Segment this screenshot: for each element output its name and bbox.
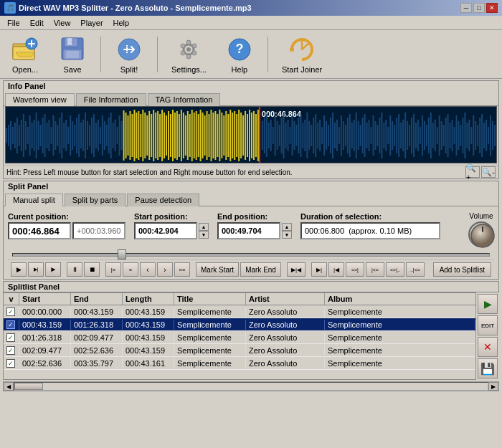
- play-segment-button[interactable]: ▶: [478, 294, 498, 314]
- col-header-check[interactable]: v: [4, 293, 19, 305]
- loop-button[interactable]: ▶|◀: [287, 262, 306, 277]
- end-position-input[interactable]: [217, 222, 280, 239]
- svg-rect-126: [225, 111, 227, 160]
- table-row[interactable]: 000:43.159 001:26.318 000:43.159 Semplic…: [4, 318, 475, 331]
- svg-rect-43: [48, 120, 49, 151]
- svg-rect-174: [326, 121, 327, 150]
- row-checkbox[interactable]: [6, 308, 15, 316]
- split-button[interactable]: Split!: [108, 32, 150, 77]
- svg-rect-235: [455, 115, 457, 156]
- volume-knob[interactable]: [468, 221, 494, 247]
- duration-input[interactable]: [300, 222, 440, 239]
- row-checkbox[interactable]: [6, 320, 15, 329]
- svg-rect-73: [113, 123, 114, 148]
- skip-back-far[interactable]: |«: [105, 262, 121, 277]
- skip-back[interactable]: «: [123, 262, 138, 277]
- svg-rect-41: [44, 114, 46, 157]
- scroll-left-button[interactable]: ◀: [4, 382, 14, 391]
- menu-player[interactable]: Player: [76, 18, 107, 28]
- table-row[interactable]: 002:52.636 003:35.797 000:43.161 Semplic…: [4, 357, 475, 370]
- col-header-start[interactable]: Start: [19, 293, 71, 305]
- settings-button[interactable]: Settings...: [165, 32, 213, 77]
- mark-start-button[interactable]: Mark Start: [196, 262, 239, 277]
- close-button[interactable]: ✕: [486, 3, 498, 13]
- svg-rect-107: [185, 115, 186, 156]
- menu-file[interactable]: File: [3, 18, 24, 28]
- tab-file-info[interactable]: File Information: [76, 93, 146, 106]
- goto-next[interactable]: =>|..: [386, 262, 404, 277]
- start-position-down[interactable]: ▼: [199, 231, 209, 239]
- step-fwd[interactable]: ›: [157, 262, 173, 277]
- minimize-button[interactable]: ─: [460, 3, 472, 13]
- tab-manual-split[interactable]: Manual split: [5, 194, 63, 206]
- svg-rect-85: [138, 111, 139, 160]
- col-header-length[interactable]: Length: [123, 293, 174, 305]
- save-list-button[interactable]: 💾: [478, 358, 498, 378]
- col-header-artist[interactable]: Artist: [246, 293, 325, 305]
- cell-artist: Zero Assoluto: [246, 307, 325, 317]
- pause-button[interactable]: ⏸: [67, 262, 82, 277]
- scrollbar-thumb[interactable]: [14, 383, 43, 390]
- svg-rect-48: [59, 118, 60, 153]
- horizontal-scrollbar[interactable]: ◀ ▶: [3, 381, 499, 391]
- position-slider-track[interactable]: [12, 253, 490, 257]
- save-button[interactable]: Save: [52, 32, 93, 77]
- table-row[interactable]: 002:09.477 002:52.636 000:43.159 Semplic…: [4, 344, 475, 357]
- current-position-input[interactable]: [8, 222, 71, 239]
- tab-split-by-parts[interactable]: Split by parts: [65, 194, 126, 206]
- menu-view[interactable]: View: [49, 18, 75, 28]
- goto-end-button[interactable]: |◀: [328, 262, 344, 277]
- cell-artist: Zero Assoluto: [246, 345, 325, 356]
- hint-text: Hint: Press Left mouse button for start …: [6, 168, 293, 176]
- start-position-up[interactable]: ▲: [199, 223, 209, 231]
- table-row[interactable]: 000:00.000 000:43.159 000:43.159 Semplic…: [4, 305, 475, 318]
- goto-start-button[interactable]: ▶|: [311, 262, 327, 277]
- tab-pause-detection[interactable]: Pause detection: [127, 194, 199, 206]
- tab-waveform[interactable]: Waveform view: [5, 93, 75, 106]
- delete-segment-button[interactable]: ✕: [478, 337, 498, 357]
- edit-segment-button[interactable]: EDIT: [478, 315, 498, 335]
- mark-end-button[interactable]: Mark End: [240, 262, 281, 277]
- scroll-right-button[interactable]: ▶: [488, 382, 498, 391]
- split-panel-tabs: Manual split Split by parts Pause detect…: [4, 191, 498, 206]
- col-header-title[interactable]: Title: [174, 293, 246, 305]
- help-button[interactable]: ? Help: [219, 32, 260, 77]
- step-back[interactable]: ‹: [140, 262, 156, 277]
- col-header-album[interactable]: Album: [325, 293, 475, 305]
- svg-rect-40: [42, 118, 44, 153]
- position-slider-thumb[interactable]: [118, 249, 126, 259]
- start-joiner-button[interactable]: Start Joiner: [275, 32, 328, 77]
- menu-edit[interactable]: Edit: [26, 18, 48, 28]
- goto-sel-end[interactable]: |<=: [366, 262, 384, 277]
- row-checkbox[interactable]: [6, 333, 15, 342]
- menu-help[interactable]: Help: [109, 18, 134, 28]
- skip-fwd[interactable]: »»: [174, 262, 190, 277]
- scrollbar-track[interactable]: [14, 382, 488, 391]
- add-to-splitlist-button[interactable]: Add to Splitlist: [433, 262, 491, 277]
- table-row[interactable]: 001:26.318 002:09.477 000:43.159 Semplic…: [4, 331, 475, 344]
- open-button[interactable]: Open...: [4, 32, 46, 77]
- col-header-end[interactable]: End: [71, 293, 123, 305]
- svg-rect-183: [345, 125, 346, 146]
- play-sel-button[interactable]: ▶|: [28, 262, 44, 277]
- zoom-out-button[interactable]: 🔍-: [481, 166, 496, 178]
- current-offset-input[interactable]: [72, 222, 126, 239]
- play-button[interactable]: ▶: [11, 262, 27, 277]
- row-checkbox[interactable]: [6, 346, 15, 355]
- goto-sel-start[interactable]: =>|: [346, 262, 364, 277]
- tab-tag-info[interactable]: TAG Information: [148, 93, 221, 106]
- maximize-button[interactable]: □: [473, 3, 485, 13]
- zoom-in-button[interactable]: 🔍+: [465, 166, 480, 178]
- end-position-up[interactable]: ▲: [282, 223, 292, 231]
- play-to-button[interactable]: |▶: [45, 262, 61, 277]
- row-checkbox[interactable]: [6, 359, 15, 368]
- goto-prev[interactable]: ..|<=: [406, 262, 425, 277]
- waveform-display[interactable]: 000:46.864: [5, 106, 497, 163]
- svg-rect-192: [364, 114, 366, 157]
- svg-rect-29: [19, 125, 20, 146]
- start-position-input[interactable]: [134, 222, 197, 239]
- svg-rect-227: [439, 115, 440, 156]
- end-position-down[interactable]: ▼: [282, 231, 292, 239]
- stop-button[interactable]: ⏹: [84, 262, 100, 277]
- svg-rect-210: [402, 120, 404, 151]
